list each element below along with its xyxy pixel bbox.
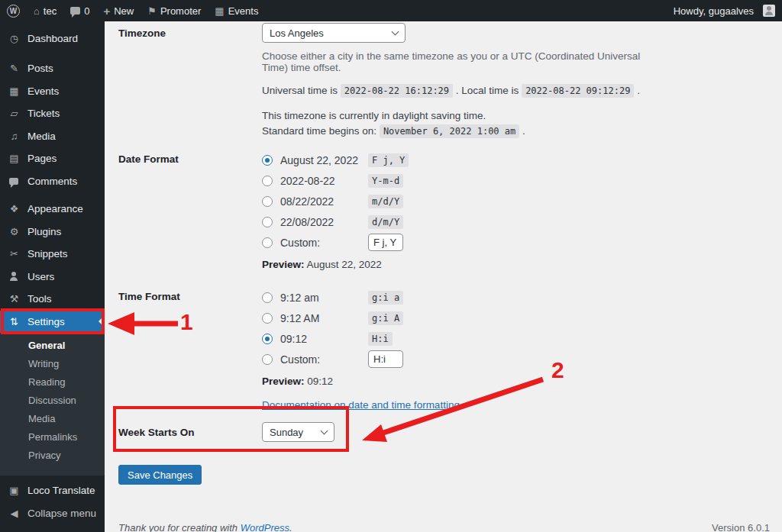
date-custom-format-input[interactable] [368, 234, 403, 251]
radio-button[interactable] [262, 196, 273, 207]
date-preview-value: August 22, 2022 [307, 259, 382, 270]
avatar [763, 5, 775, 17]
documentation-link[interactable]: Documentation on date and time formattin… [262, 399, 460, 411]
radio-button[interactable] [262, 313, 273, 324]
time-format-custom-option[interactable]: Custom: [262, 349, 668, 369]
date-option-label: 08/22/2022 [280, 195, 368, 208]
radio-button[interactable] [262, 334, 273, 344]
submenu-item-privacy[interactable]: Privacy [0, 447, 105, 465]
tools-icon: ⚒ [8, 294, 21, 304]
sidebar-item-label: Plugins [27, 226, 61, 237]
settings-submenu: General Writing Reading Discussion Media… [0, 333, 105, 476]
local-time-suffix: . [637, 85, 640, 96]
events-menu[interactable]: ▦ Events [208, 0, 265, 21]
radio-button[interactable] [262, 354, 273, 365]
date-format-label: Date Format [118, 150, 262, 270]
sidebar-item-plugins[interactable]: ⚙ Plugins [0, 221, 105, 243]
custom-option-label: Custom: [280, 237, 368, 249]
collapse-arrow-icon: ◀ [8, 508, 21, 518]
promoter-label: Promoter [160, 5, 201, 17]
submenu-item-reading[interactable]: Reading [0, 373, 105, 392]
sidebar-item-media[interactable]: ♫ Media [0, 125, 105, 148]
sidebar-item-loco-translate[interactable]: ▣ Loco Translate [0, 479, 105, 502]
date-format-custom-option[interactable]: Custom: [262, 232, 668, 253]
time-option-label: 9:12 am [280, 292, 368, 304]
week-starts-on-label: Week Starts On [118, 427, 262, 438]
save-changes-button[interactable]: Save Changes [118, 465, 202, 485]
submenu-item-permalinks[interactable]: Permalinks [0, 428, 105, 447]
documentation-line: Documentation on date and time formattin… [262, 399, 668, 411]
footer-thanks: Thank you for creating with WordPress. [118, 522, 292, 532]
brush-icon: ❖ [8, 204, 21, 214]
timezone-label: Timezone [118, 23, 262, 139]
plugin-icon: ⚙ [8, 227, 21, 237]
sidebar-item-label: Posts [27, 63, 53, 74]
radio-button[interactable] [262, 292, 273, 303]
translate-icon: ▣ [8, 485, 21, 495]
my-account-menu[interactable]: Howdy, gugaalves [667, 0, 782, 21]
wp-logo-menu[interactable]: W [0, 0, 27, 21]
footer: Thank you for creating with WordPress. V… [118, 522, 770, 532]
date-format-code: Y-m-d [368, 174, 403, 188]
sidebar-item-posts[interactable]: ✎ Posts [0, 57, 105, 80]
date-format-option[interactable]: 08/22/2022 m/d/Y [262, 191, 668, 211]
sidebar-item-label: Tickets [27, 108, 60, 119]
radio-button[interactable] [262, 155, 273, 166]
home-icon: ⌂ [34, 6, 40, 16]
sidebar-item-label: Snippets [27, 248, 68, 260]
comments-shortcut[interactable]: 0 [63, 0, 96, 21]
site-name-menu[interactable]: ⌂ tec [27, 0, 63, 21]
radio-button[interactable] [262, 176, 273, 186]
week-selected-value: Sunday [270, 427, 303, 438]
sidebar-item-dashboard[interactable]: ◷ Dashboard [0, 27, 105, 50]
sidebar-item-comments[interactable]: Comments [0, 170, 105, 193]
radio-button[interactable] [262, 237, 273, 248]
wordpress-link[interactable]: WordPress [241, 522, 289, 532]
week-starts-on-section: Week Starts On Sunday [118, 422, 653, 442]
sidebar-item-settings[interactable]: ⇅ Settings [0, 311, 105, 334]
dst-lines: This timezone is currently in daylight s… [262, 108, 668, 139]
time-format-option[interactable]: 9:12 am g:i a [262, 287, 668, 308]
date-option-label: August 22, 2022 [280, 154, 368, 166]
sidebar-item-users[interactable]: Users [0, 266, 105, 289]
collapse-menu-button[interactable]: ◀ Collapse menu [0, 502, 105, 525]
timezone-section: Timezone Los Angeles Choose either a cit… [118, 23, 668, 139]
dashboard-icon: ◷ [8, 34, 21, 44]
timezone-select[interactable]: Los Angeles [262, 23, 406, 43]
sidebar-item-label: Pages [27, 153, 57, 164]
date-format-option[interactable]: 22/08/2022 d/m/Y [262, 211, 668, 232]
menu-separator [0, 50, 105, 58]
chevron-down-icon [392, 27, 399, 35]
sidebar-item-events[interactable]: ▦ Events [0, 80, 105, 103]
howdy-text: Howdy, gugaalves [674, 5, 754, 17]
pin-icon: ✎ [8, 63, 21, 73]
date-preview-line: Preview: August 22, 2022 [262, 259, 668, 270]
sidebar-item-label: Events [27, 85, 59, 97]
time-format-field: 9:12 am g:i a 9:12 AM g:i A 09:12 H:i Cu… [262, 287, 668, 411]
date-format-option[interactable]: August 22, 2022 F j, Y [262, 150, 668, 170]
new-content-menu[interactable]: + New [96, 0, 141, 21]
submenu-item-writing[interactable]: Writing [0, 355, 105, 373]
sidebar-item-snippets[interactable]: ✂ Snippets [0, 243, 105, 266]
time-format-option[interactable]: 9:12 AM g:i A [262, 308, 668, 328]
submenu-item-media[interactable]: Media [0, 410, 105, 428]
events-label: Events [228, 5, 259, 17]
sidebar-item-appearance[interactable]: ❖ Appearance [0, 198, 105, 221]
preview-label: Preview: [262, 376, 305, 387]
time-format-option[interactable]: 09:12 H:i [262, 328, 668, 349]
submenu-item-general[interactable]: General [0, 337, 105, 355]
date-format-option[interactable]: 2022-08-22 Y-m-d [262, 170, 668, 191]
radio-button[interactable] [262, 217, 273, 227]
date-option-label: 2022-08-22 [280, 175, 368, 187]
sidebar-item-tools[interactable]: ⚒ Tools [0, 288, 105, 311]
dst-status-text: This timezone is currently in daylight s… [262, 110, 486, 121]
new-label: New [114, 5, 134, 17]
submenu-item-discussion[interactable]: Discussion [0, 392, 105, 410]
sidebar-item-pages[interactable]: ▤ Pages [0, 147, 105, 170]
promoter-menu[interactable]: ⚑ Promoter [141, 0, 208, 21]
week-starts-on-select[interactable]: Sunday [262, 422, 334, 442]
sidebar-item-tickets[interactable]: ▱ Tickets [0, 102, 105, 125]
sidebar-item-label: Media [27, 131, 56, 142]
standard-time-value: November 6, 2022 1:00 am [380, 124, 519, 138]
time-custom-format-input[interactable] [368, 350, 403, 368]
